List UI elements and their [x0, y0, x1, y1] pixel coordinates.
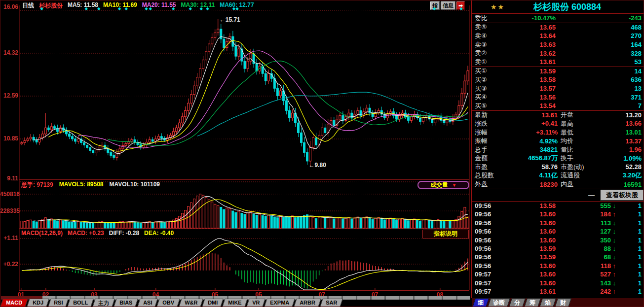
tick-price: 13.60 [503, 279, 556, 287]
tab-quote-2[interactable]: 分 [509, 298, 526, 307]
bid-row-volume: 14 [556, 68, 642, 75]
tick-time: 09:56 [475, 219, 503, 227]
ask-row-price: 13.64 [506, 32, 556, 39]
event-diamond-icon: ◆ [460, 6, 463, 11]
tab-quote-4[interactable]: 焰 [539, 298, 556, 307]
bid-row[interactable]: 买④13.56371 [472, 93, 644, 102]
stat-value: 34821 [505, 146, 558, 153]
tab-label: ARBR [300, 300, 315, 306]
chart-header-item-2: MA5: 11.58 [68, 1, 98, 10]
tick-list: 09:5613.58555 ↓109:5613.60184 ↑109:5613.… [472, 202, 644, 296]
volume-header-item-1: MAVOL5: 89508 [59, 181, 104, 189]
stat-value: 13.20 [602, 111, 642, 119]
tab-indicator-kdj[interactable]: KDJ [27, 299, 49, 307]
tab-indicator-expma[interactable]: EXPMA [264, 299, 295, 307]
tick-count: 1 [616, 279, 642, 287]
tick-price: 13.59 [503, 253, 556, 261]
event-diamond-icon: ◆ [40, 6, 43, 11]
tick-time: 09:57 [475, 288, 503, 295]
stat-row: 市盈58.76市盈(动)52.28 [472, 163, 644, 171]
event-diamond-icon: ◆ [206, 6, 209, 11]
bid-row-volume: 7 [556, 102, 642, 109]
bid-row-label: 买① [475, 67, 506, 75]
tab-label: 细 [478, 299, 484, 307]
ask-row-label: 卖③ [475, 40, 506, 49]
tab-label: 主力 [98, 300, 109, 307]
tick-row: 09:5713.60527 ↑1 [472, 270, 644, 278]
macd-header-item-2: DIFF: -0.28 [109, 230, 139, 237]
event-diamond-icon: ◆ [200, 6, 203, 11]
ask-row[interactable]: 卖④13.64270 [472, 32, 644, 40]
tick-volume: 555 ↓ [556, 202, 616, 209]
collapse-button[interactable]: — [585, 191, 598, 199]
indicator-help-button[interactable]: 指标说明 [422, 230, 469, 239]
stat-value: +0.41 [505, 120, 558, 127]
tick-time: 09:57 [475, 271, 503, 278]
ask-row-volume: 164 [556, 41, 642, 48]
ask-row[interactable]: 卖②13.62328 [472, 49, 644, 58]
tick-count: 1 [616, 237, 642, 244]
tab-quote-1[interactable]: 诊断 [488, 298, 510, 307]
tab-label: 分 [514, 299, 520, 307]
volume-header: 总手: 97139MAVOL5: 89508MAVOL10: 101109 [21, 181, 160, 189]
macd-axis-label: +1.11 [0, 235, 18, 241]
tab-indicator-macd[interactable]: MACD [0, 299, 28, 307]
tick-volume: 143 ↓ [556, 279, 616, 287]
tab-indicator-asi[interactable]: ASI [137, 299, 158, 307]
event-diamond-icon: ◆ [97, 6, 100, 11]
volume-type-dropdown[interactable]: 成交量 ▼ [417, 181, 469, 189]
tab-label: 财 [560, 299, 566, 307]
tick-price: 13.60 [503, 271, 556, 278]
stat-label: 总股数 [475, 171, 505, 180]
bid-row[interactable]: 买③13.5713 [472, 84, 644, 93]
bid-row[interactable]: 买①13.5914 [472, 67, 644, 76]
stat-label: 总手 [475, 145, 505, 154]
tab-indicator-obv[interactable]: OBV [156, 299, 180, 307]
bid-row-volume: 13 [556, 85, 642, 92]
bid-row-label: 买④ [475, 93, 506, 102]
tab-indicator-[interactable]: 主力 [93, 299, 115, 307]
stat-value: 13.61 [505, 111, 558, 119]
tick-price: 13.59 [503, 245, 556, 252]
stat-row: 金额4656.87万换手1.09% [472, 154, 644, 163]
tick-count: 1 [616, 202, 642, 209]
tab-quote-0[interactable]: 细 [472, 298, 489, 307]
view-sector-stocks-button[interactable]: 查看板块股 [601, 190, 644, 201]
tick-count: 1 [616, 228, 642, 235]
tab-quote-3[interactable]: 筹 [524, 298, 541, 307]
tab-indicator-wr[interactable]: W&R [179, 299, 203, 307]
tab-label: BIAS [119, 300, 132, 306]
tab-indicator-boll[interactable]: BOLL [68, 299, 94, 307]
tab-indicator-rsi[interactable]: RSI [48, 299, 69, 307]
tab-label: DMI [208, 300, 218, 306]
tab-indicator-sar[interactable]: SAR [320, 299, 343, 307]
event-diamond-icon: ◆ [149, 6, 152, 11]
bid-row[interactable]: 买⑤13.547 [472, 102, 644, 110]
stat-value: 4656.87万 [505, 154, 558, 163]
stat-value: 13.37 [602, 137, 642, 145]
info-button[interactable]: 信息 [441, 1, 455, 10]
tab-label: MACD [6, 300, 22, 306]
bid-row-price: 13.57 [506, 85, 556, 92]
tab-indicator-bias[interactable]: BIAS [114, 299, 139, 307]
volume-axis-label: 228335 [0, 207, 18, 214]
tab-indicator-arbr[interactable]: ARBR [294, 299, 321, 307]
tab-quote-5[interactable]: 财 [555, 298, 571, 307]
stat-label: 均价 [558, 136, 602, 145]
ask-row[interactable]: 卖⑤13.65468 [472, 23, 644, 32]
ask-row-label: 卖② [475, 49, 506, 58]
tick-price: 13.60 [503, 219, 556, 227]
tab-label: RSI [54, 300, 63, 306]
favorite-stars-icon[interactable]: ★★ [491, 3, 505, 11]
tick-price: 13.60 [503, 228, 556, 235]
tick-price: 13.61 [503, 288, 556, 295]
ask-row[interactable]: 卖①13.6153 [472, 58, 644, 67]
tick-count: 1 [616, 219, 642, 227]
bid-row[interactable]: 买②13.58636 [472, 75, 644, 84]
event-diamond-icon: ◆ [118, 6, 121, 11]
volume-header-item-0: 总手: 97139 [21, 181, 53, 189]
tab-indicator-mike[interactable]: MIKE [222, 299, 247, 307]
tab-indicator-vr[interactable]: VR [246, 299, 265, 307]
ask-row[interactable]: 卖③13.63164 [472, 40, 644, 49]
tab-indicator-dmi[interactable]: DMI [202, 299, 224, 307]
